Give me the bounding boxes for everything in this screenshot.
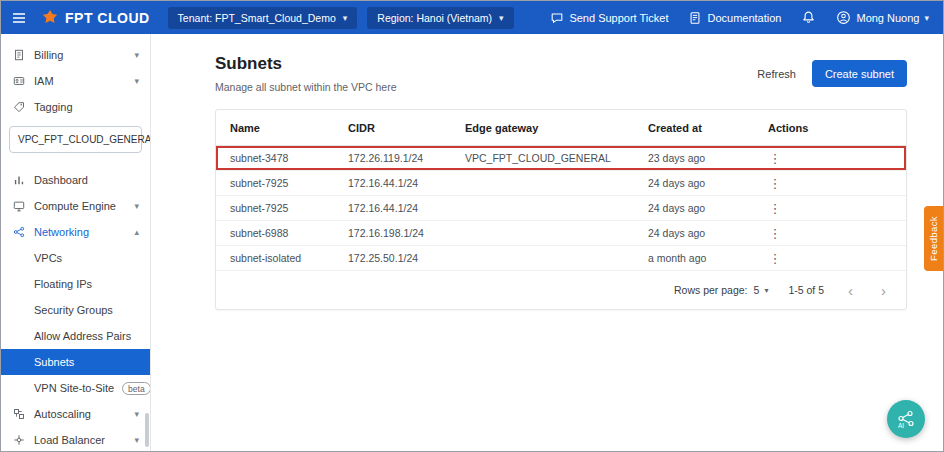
sidebar-item-label: Dashboard [34,174,139,186]
sidebar-item-billing[interactable]: Billing ▾ [1,42,150,68]
rows-per-page-select[interactable]: 5 ▾ [754,284,769,296]
row-actions-kebab-icon[interactable]: ⋮ [768,177,782,190]
user-name: Mong Nuong [856,12,919,24]
sidebar-item-tagging[interactable]: Tagging [1,94,150,120]
row-actions-kebab-icon[interactable]: ⋮ [768,252,782,265]
table-row[interactable]: subnet-7925 172.16.44.1/24 24 days ago ⋮ [216,196,906,221]
page-actions: Refresh Create subnet [757,60,907,87]
sidebar-item-security-groups[interactable]: Security Groups [1,297,150,323]
page-title: Subnets [215,54,397,74]
previous-page-button[interactable]: ‹ [844,283,857,298]
vpc-selector-value: VPC_FPT_CLOUD_GENERAL [18,134,151,145]
cell-name: subnet-isolated [230,252,348,264]
cell-cidr: 172.16.44.1/24 [348,177,465,189]
send-support-ticket-button[interactable]: Send Support Ticket [550,11,668,25]
vpc-selector-dropdown[interactable]: VPC_FPT_CLOUD_GENERAL ▾ [9,126,142,153]
sidebar-item-subnets[interactable]: Subnets [1,349,150,375]
cell-created-at: 23 days ago [648,152,768,164]
column-header-created-at[interactable]: Created at [648,122,768,134]
column-header-name[interactable]: Name [230,122,348,134]
feedback-tab[interactable]: Feedback [924,206,943,271]
main-content: Subnets Manage all subnet within the VPC… [151,34,943,451]
ai-assistant-icon: AI [895,408,917,430]
sidebar-item-iam[interactable]: IAM ▾ [1,68,150,94]
autoscaling-icon [12,407,26,421]
notifications-bell-icon[interactable] [801,10,816,25]
table-row[interactable]: subnet-7925 172.16.44.1/24 24 days ago ⋮ [216,171,906,196]
column-header-edge-gateway[interactable]: Edge gateway [465,122,648,134]
page: FPT CLOUD Tenant: FPT_Smart_Cloud_Demo ▾… [0,0,944,452]
sidebar-item-vpcs[interactable]: VPCs [1,245,150,271]
table-header-row: Name CIDR Edge gateway Created at Action… [216,110,906,146]
body: Billing ▾ IAM ▾ Tagging VPC_FPT_CLOUD_GE… [1,34,943,451]
pagination-range: 1-5 of 5 [788,284,824,296]
table-row[interactable]: subnet-6988 172.16.198.1/24 24 days ago … [216,221,906,246]
cell-created-at: 24 days ago [648,227,768,239]
chevron-down-icon: ▾ [134,201,139,211]
sidebar-item-allow-address-pairs[interactable]: Allow Address Pairs [1,323,150,349]
sidebar-item-label: Subnets [34,356,139,368]
subnets-table: Name CIDR Edge gateway Created at Action… [215,109,907,310]
column-header-actions: Actions [768,122,892,134]
billing-icon [12,48,26,62]
load-balancer-icon [12,433,26,447]
cell-created-at: 24 days ago [648,177,768,189]
create-subnet-button[interactable]: Create subnet [812,60,907,87]
user-menu[interactable]: Mong Nuong ▾ [836,10,929,25]
sidebar-item-compute-engine[interactable]: Compute Engine ▾ [1,193,150,219]
cell-edge-gateway: VPC_FPT_CLOUD_GENERAL [465,152,648,164]
rows-per-page-label: Rows per page: [674,284,748,296]
chevron-down-icon: ▾ [499,13,504,23]
row-actions-kebab-icon[interactable]: ⋮ [768,202,782,215]
chevron-down-icon: ▾ [764,286,768,295]
cell-name: subnet-3478 [230,152,348,164]
refresh-button[interactable]: Refresh [757,68,796,80]
fpt-cloud-logo[interactable]: FPT CLOUD [41,9,150,27]
sidebar-item-label: Load Balancer [34,434,126,446]
sidebar-item-load-balancer[interactable]: Load Balancer ▾ [1,427,150,451]
sidebar-item-vpn-site-to-site[interactable]: VPN Site-to-Site beta [1,375,150,401]
compute-engine-icon [12,199,26,213]
support-ticket-label: Send Support Ticket [569,12,668,24]
region-label: Region: Hanoi (Vietnam) [377,12,492,24]
ai-assistant-button[interactable]: AI [887,400,925,438]
sidebar-item-label: Compute Engine [34,200,126,212]
chevron-down-icon: ▾ [343,13,348,23]
page-subtitle: Manage all subnet within the VPC here [215,81,397,93]
column-header-cidr[interactable]: CIDR [348,122,465,134]
region-selector[interactable]: Region: Hanoi (Vietnam) ▾ [367,7,513,29]
sidebar-item-label: Billing [34,49,126,61]
chevron-down-icon: ▾ [134,435,139,445]
sidebar-item-floating-ips[interactable]: Floating IPs [1,271,150,297]
sidebar-item-autoscaling[interactable]: Autoscaling ▾ [1,401,150,427]
cell-cidr: 172.16.198.1/24 [348,227,465,239]
row-actions-kebab-icon[interactable]: ⋮ [768,152,782,165]
next-page-button[interactable]: › [877,283,890,298]
sidebar-item-label: Networking [34,226,126,238]
row-actions-kebab-icon[interactable]: ⋮ [768,227,782,240]
brand-text: FPT CLOUD [65,10,150,26]
sidebar-item-label: VPCs [34,252,139,264]
page-header-text: Subnets Manage all subnet within the VPC… [215,54,397,93]
tenant-label: Tenant: FPT_Smart_Cloud_Demo [178,12,336,24]
topbar: FPT CLOUD Tenant: FPT_Smart_Cloud_Demo ▾… [1,1,943,34]
sidebar-item-label: Autoscaling [34,408,126,420]
chevron-down-icon: ▾ [924,13,929,23]
dashboard-icon [12,173,26,187]
page-header: Subnets Manage all subnet within the VPC… [215,54,907,93]
sidebar-item-dashboard[interactable]: Dashboard [1,167,150,193]
table-row[interactable]: subnet-isolated 172.25.50.1/24 a month a… [216,246,906,271]
table-row[interactable]: subnet-3478 172.26.119.1/24 VPC_FPT_CLOU… [216,146,906,171]
cell-name: subnet-7925 [230,177,348,189]
sidebar-scrollbar[interactable] [145,413,149,447]
documentation-button[interactable]: Documentation [688,11,781,25]
sidebar-item-networking[interactable]: Networking ▴ [1,219,150,245]
beta-badge: beta [122,382,151,395]
sidebar-item-label: Allow Address Pairs [34,330,139,342]
tenant-selector[interactable]: Tenant: FPT_Smart_Cloud_Demo ▾ [168,7,358,29]
hamburger-menu-icon[interactable] [11,10,27,26]
support-ticket-icon [550,11,564,25]
chevron-down-icon: ▾ [134,50,139,60]
chevron-down-icon: ▾ [134,76,139,86]
cell-cidr: 172.16.44.1/24 [348,202,465,214]
